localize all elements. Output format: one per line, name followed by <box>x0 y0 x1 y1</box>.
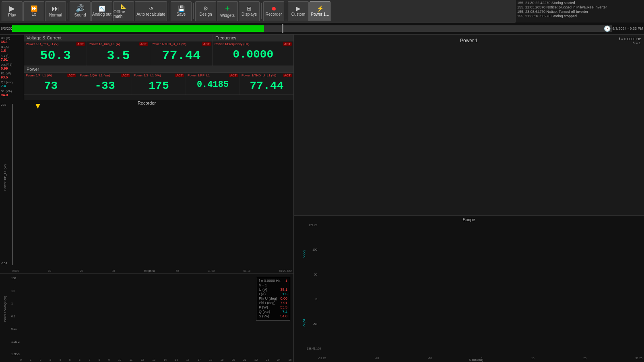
meter-pf: Power 1/PF_L1 ACT 0.4185 <box>186 73 240 95</box>
spectrum-canvas[interactable] <box>20 276 292 354</box>
vc-section: Voltage & Current Power 1/U_rms_L1 (V) A… <box>24 35 213 66</box>
scope-a-label: A (A) <box>302 319 305 327</box>
freq-meter-row: Power 1/Frequency (Hz) ACT 0.0000 <box>213 41 293 63</box>
legend-i-val: 1.5 <box>282 292 287 296</box>
design-icon: ⚙ <box>203 6 208 11</box>
spectrum-y-labels: 100 10 1 0.1 0.01 1.0E-2 1.0E-3 <box>11 277 20 356</box>
meter-s-name: Power 1/S_L1 (VA) <box>134 74 161 77</box>
meter-thd-u-name: Power 1/THD_U_L1 (%) <box>152 42 186 46</box>
sx-5: 5 <box>69 358 71 361</box>
meter-thd-u2-name: Power 1/THD_U_L1 (%) <box>242 74 276 77</box>
offline-math-icon: 📐 <box>120 4 127 9</box>
side-s1-label: S1 (VA) <box>1 89 23 93</box>
scx-m10: -10 <box>428 357 432 360</box>
meter-thd-u2: Power 1/THD_U_L1 (%) ACT 77.44 <box>240 73 293 95</box>
displays-button[interactable]: ⊞ Displays <box>239 1 260 21</box>
meter-s: Power 1/S_L1 (VA) ACT 175 <box>132 73 186 95</box>
to-end-icon: ⏭ <box>52 5 59 12</box>
meter-p: Power 1/P_L1 (W) ACT 73 <box>24 73 78 95</box>
save-button[interactable]: 💾 Save <box>171 1 192 21</box>
meter-u-rms-label: Power 1/U_rms_L1 (V) ACT <box>26 42 85 46</box>
meter-s-act: ACT <box>175 74 184 77</box>
meter-s-label: Power 1/S_L1 (VA) ACT <box>134 74 184 77</box>
log-entry-1: 155, 22:03.20570 Notice: plugged in Milw… <box>517 5 642 9</box>
sep1 <box>68 3 68 19</box>
power-section: Power Power 1/P_L1 (W) ACT 73 Power 1/QH… <box>24 66 293 95</box>
recorder-cursor-left <box>12 104 13 265</box>
freq-header: Frequency <box>213 35 293 41</box>
sx-13: 13 <box>152 358 155 361</box>
meter-p-label: Power 1/P_L1 (W) ACT <box>26 74 76 77</box>
legend-s-val: 54.0 <box>280 314 287 318</box>
1x-button[interactable]: ⏩ 1x <box>23 1 44 21</box>
analog-out-button[interactable]: 📉 Analog out <box>91 1 112 21</box>
sx-20: 20 <box>232 358 235 361</box>
timeline[interactable]: 6/3/2024 - 9:30:22 PM 🕐 6/3/2024 - 9:33 … <box>0 23 644 35</box>
design-button[interactable]: ⚙ Design <box>195 1 216 21</box>
side-q1-label: Q1 (var) <box>1 80 23 84</box>
x-50: 50 <box>175 269 179 272</box>
recorder-icon: ⏺ <box>271 6 277 11</box>
scope-canvas[interactable] <box>318 224 642 350</box>
side-info-p1: P1 (W) 93.5 <box>1 72 23 79</box>
scx-m20: -20 <box>375 357 379 360</box>
legend-i: I (A) 1.5 <box>259 292 287 296</box>
recorder-chart: Recorder 293 -154 Power 1/P_L1 (W) 0.000… <box>0 100 293 274</box>
legend-p-key: P (W) <box>259 305 268 309</box>
sx-14: 14 <box>163 358 167 361</box>
scope-y-scale-v: 177.72 100 50 0 -50 -138.41.100 <box>306 224 317 350</box>
recorder-button[interactable]: ⏺ Recorder <box>263 1 284 21</box>
legend-phiu-key: Phi U (deg) <box>259 296 277 300</box>
clock-icon: 🕐 <box>604 25 611 32</box>
recorder-label: Recorder <box>265 12 282 16</box>
phasor-h-label: h = 1 <box>619 41 641 45</box>
recorder-canvas[interactable] <box>12 106 292 265</box>
save-icon: 💾 <box>178 6 185 11</box>
side-q1-val: 7.4 <box>1 84 23 88</box>
sv-100: 100 <box>306 248 317 251</box>
meter-freq-label: Power 1/Frequency (Hz) ACT <box>215 42 292 46</box>
power1-button[interactable]: ⚡ Power 1... <box>310 1 330 21</box>
normal-label: Normal <box>49 13 62 17</box>
sx-23: 23 <box>266 358 269 361</box>
meter-thd-u-act: ACT <box>202 42 211 46</box>
custom-button[interactable]: ▶ Custom <box>288 1 309 21</box>
sound-button[interactable]: 🔊 Sound <box>70 1 91 21</box>
displays-label: Displays <box>242 12 257 16</box>
legend-phii-key: Phi I (deg) <box>259 301 276 305</box>
meter-qh-act: ACT <box>121 74 130 77</box>
scope-title: Scope <box>294 216 644 224</box>
y-10: 10 <box>11 290 20 292</box>
sound-icon: 🔊 <box>76 5 85 12</box>
widgets-icon: + <box>225 4 230 12</box>
side-info-q1: Q1 (var) 7.4 <box>1 80 23 88</box>
log-entry-0: 155, 21:30:22.42270 Storing started <box>517 1 642 5</box>
sep5 <box>286 3 286 19</box>
play-icon: ▶ <box>9 5 15 12</box>
side-info-u1: U1 (V) 35.1 <box>1 36 23 44</box>
legend-q: Q (var) 7.4 <box>259 310 287 314</box>
side-cos-label: cos(Φ1) <box>1 63 23 66</box>
sx-3: 3 <box>50 358 51 361</box>
legend-q-val: 7.4 <box>282 310 287 314</box>
widgets-button[interactable]: + Widgets <box>217 1 238 21</box>
phasor-canvas[interactable] <box>294 35 644 215</box>
meter-thd-u-label: Power 1/THD_U_L1 (%) ACT <box>152 42 211 46</box>
meter-u-rms-name: Power 1/U_rms_L1 (V) <box>26 42 58 46</box>
sx-6: 6 <box>79 358 80 361</box>
scope-v-label: V (V) <box>302 250 306 257</box>
meters-row: Voltage & Current Power 1/U_rms_L1 (V) A… <box>24 35 293 66</box>
1x-label: 1x <box>32 12 36 16</box>
legend-p: P (W) 53.5 <box>259 305 287 309</box>
auto-recalculate-button[interactable]: ↺ Auto recalculate <box>135 1 167 21</box>
normal-button[interactable]: ⏭ Normal <box>45 1 66 21</box>
phasor-top-right: f = 0.0000 Hz h = 1 <box>619 37 641 45</box>
offline-math-button[interactable]: 📐 Offline math <box>113 1 134 21</box>
sx-12: 12 <box>141 358 144 361</box>
timeline-bar[interactable] <box>12 25 612 32</box>
meter-pf-name: Power 1/PF_L1 <box>188 74 210 77</box>
sx-1: 1 <box>30 358 31 361</box>
meter-p-name: Power 1/P_L1 (W) <box>26 74 52 77</box>
timeline-cursor[interactable] <box>282 24 283 33</box>
play-button[interactable]: ▶ Play <box>2 1 23 21</box>
